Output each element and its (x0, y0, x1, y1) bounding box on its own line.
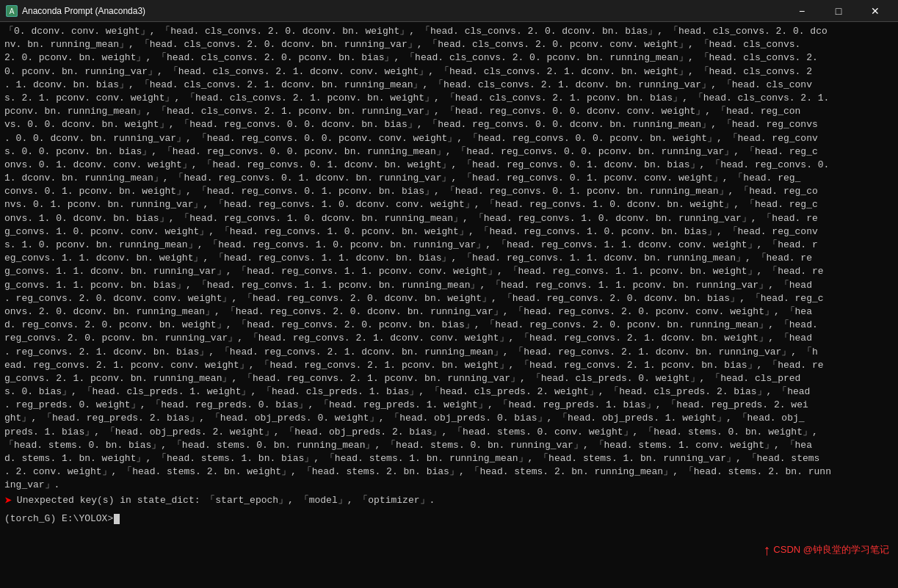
window-controls: − □ ✕ (785, 0, 892, 22)
watermark: ↑ CSDN @钟良堂的学习笔记 (763, 540, 889, 560)
error-message: Unexpected key(s) in state_dict: 「start_… (17, 494, 435, 507)
prompt-line: (torch_G) E:\YOLOX> (4, 512, 894, 526)
close-button[interactable]: ✕ (858, 0, 892, 22)
app-icon: A (6, 5, 18, 17)
window: A Anaconda Prompt (Anaconda3) − □ ✕ 「0. … (0, 0, 898, 588)
terminal-cursor (114, 514, 120, 524)
window-title: Anaconda Prompt (Anaconda3) (22, 6, 785, 16)
svg-text:A: A (10, 7, 15, 15)
terminal-main-text: 「0. dconv. conv. weight」, 「head. cls_con… (4, 25, 894, 493)
terminal-area: 「0. dconv. conv. weight」, 「head. cls_con… (0, 22, 898, 588)
red-arrow-icon: ➤ (4, 493, 12, 511)
title-bar: A Anaconda Prompt (Anaconda3) − □ ✕ (0, 0, 898, 22)
watermark-text: CSDN @钟良堂的学习笔记 (773, 543, 889, 556)
error-line: ➤ Unexpected key(s) in state_dict: 「star… (4, 494, 894, 511)
prompt-text: (torch_G) E:\YOLOX> (4, 512, 113, 526)
minimize-button[interactable]: − (785, 0, 819, 22)
watermark-arrow-icon: ↑ (763, 540, 770, 560)
maximize-button[interactable]: □ (822, 0, 855, 22)
